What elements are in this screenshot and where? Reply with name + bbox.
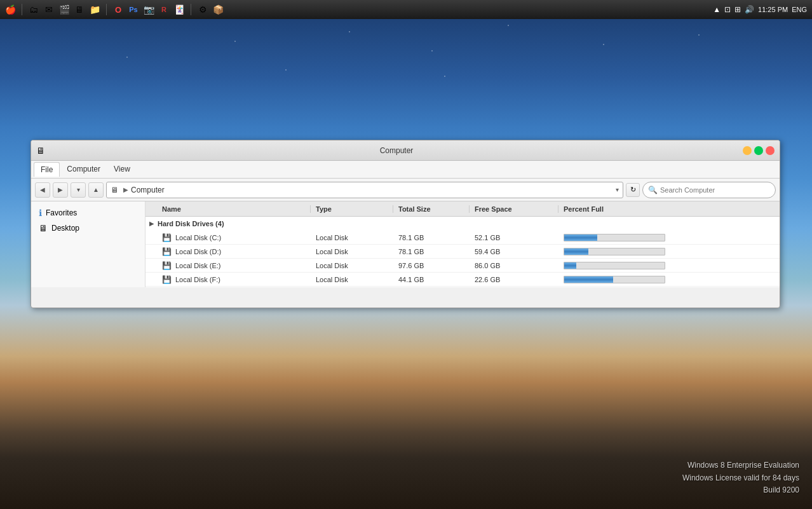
- disk-type-f: Local Disk: [311, 276, 393, 283]
- sidebar: ℹ Favorites 🖥 Desktop: [31, 201, 145, 287]
- group-label-hdd: Hard Disk Drives (4): [158, 220, 224, 227]
- address-bar[interactable]: 🖥 ▶ Computer ▾: [106, 182, 623, 198]
- progress-fill-f: [564, 276, 613, 283]
- progress-bar-c: [564, 234, 665, 241]
- disk-icon-d: 💾: [162, 247, 172, 256]
- address-chevron: ▶: [123, 186, 128, 193]
- disk-total-f: 44.1 GB: [393, 276, 470, 283]
- monitor-icon[interactable]: 🖥: [73, 3, 86, 16]
- disk-name-f: Local Disk (F:): [175, 276, 220, 283]
- folder-icon[interactable]: 📁: [88, 3, 101, 16]
- search-box[interactable]: 🔍: [642, 182, 776, 198]
- back-button[interactable]: ◀: [35, 182, 50, 198]
- taskbar-sep-2: [106, 4, 107, 15]
- taskbar-right: ▲ ⊡ ⊞ 🔊 11:25 PM ENG: [708, 5, 812, 14]
- apple-icon[interactable]: 🍎: [4, 3, 17, 16]
- sidebar-item-favorites[interactable]: ℹ Favorites: [34, 205, 142, 221]
- main-area: ℹ Favorites 🖥 Desktop Name Type Total Si…: [31, 201, 780, 287]
- video-icon[interactable]: 🎬: [58, 3, 71, 16]
- group-removable[interactable]: ▶ Devices with Removable Storage (1): [145, 287, 780, 287]
- table-row[interactable]: 💾 Local Disk (D:) Local Disk 78.1 GB 59.…: [145, 245, 780, 259]
- list-header: Name Type Total Size Free Space Percent …: [145, 201, 780, 217]
- redis-icon[interactable]: R: [158, 3, 170, 16]
- progress-bar-d: [564, 248, 665, 255]
- tab-file[interactable]: File: [34, 162, 60, 177]
- package-icon[interactable]: 📦: [212, 3, 224, 16]
- sidebar-item-desktop[interactable]: 🖥 Desktop: [34, 221, 142, 236]
- disk-percent-c: [558, 234, 780, 241]
- disk-type-d: Local Disk: [311, 248, 393, 255]
- maximize-button[interactable]: [754, 146, 763, 155]
- group-arrow-hdd: ▶: [149, 221, 154, 227]
- progress-fill-d: [564, 248, 588, 255]
- col-header-percent[interactable]: Percent Full: [558, 205, 780, 213]
- taskbar: 🍎 🗂 ✉ 🎬 🖥 📁 O Ps 📷 R 🃏 ⚙ 📦 ▲ ⊡ ⊞ 🔊 11:25…: [0, 0, 812, 19]
- table-row[interactable]: 💾 Local Disk (C:) Local Disk 78.1 GB 52.…: [145, 231, 780, 245]
- desktop-label: Desktop: [51, 224, 79, 233]
- up-button[interactable]: ▲: [88, 182, 104, 198]
- refresh-button[interactable]: ↻: [626, 183, 640, 197]
- col-header-name[interactable]: Name: [145, 205, 311, 213]
- desktop-icon: 🖥: [39, 223, 48, 233]
- forward-button[interactable]: ▶: [53, 182, 68, 198]
- col-header-type[interactable]: Type: [311, 205, 393, 213]
- title-bar: 🖥 Computer: [31, 140, 780, 161]
- file-list: Name Type Total Size Free Space Percent …: [145, 201, 780, 287]
- disk-type-e: Local Disk: [311, 262, 393, 269]
- quicklook-icon[interactable]: 🗂: [27, 3, 40, 16]
- volume-icon[interactable]: 🔊: [745, 5, 754, 14]
- mail-icon[interactable]: ✉: [43, 3, 55, 16]
- clock: 11:25 PM: [758, 6, 788, 13]
- joker-icon[interactable]: 🃏: [173, 3, 186, 16]
- disk-free-d: 59.4 GB: [470, 248, 558, 255]
- disk-percent-f: [558, 276, 780, 283]
- favorites-icon: ℹ: [39, 208, 42, 218]
- minimize-button[interactable]: [743, 146, 752, 155]
- disk-type-c: Local Disk: [311, 234, 393, 241]
- camera-icon[interactable]: 📷: [142, 3, 155, 16]
- col-header-total[interactable]: Total Size: [393, 205, 470, 213]
- progress-bar-e: [564, 262, 665, 269]
- ps-icon[interactable]: Ps: [127, 3, 140, 16]
- disk-total-e: 97.6 GB: [393, 262, 470, 269]
- progress-bar-f: [564, 276, 665, 283]
- watermark-line2: Windows License valid for 84 days: [682, 472, 799, 484]
- disk-percent-e: [558, 262, 780, 269]
- window-icon: 🖥: [36, 146, 46, 156]
- disk-name-c: Local Disk (C:): [175, 234, 221, 241]
- tray-icon-1: ⊡: [724, 5, 731, 14]
- lang-label: ENG: [792, 6, 807, 13]
- watermark-line3: Build 9200: [682, 484, 799, 496]
- opera-icon[interactable]: O: [112, 3, 125, 16]
- table-row[interactable]: 💾 Local Disk (F:) Local Disk 44.1 GB 22.…: [145, 273, 780, 287]
- address-dropdown-icon[interactable]: ▾: [616, 186, 619, 193]
- desktop: 🍎 🗂 ✉ 🎬 🖥 📁 O Ps 📷 R 🃏 ⚙ 📦 ▲ ⊡ ⊞ 🔊 11:25…: [0, 0, 812, 509]
- settings-icon[interactable]: ⚙: [196, 3, 209, 16]
- disk-icon-c: 💾: [162, 233, 172, 242]
- tab-computer[interactable]: Computer: [60, 162, 107, 177]
- tab-view[interactable]: View: [107, 162, 137, 177]
- search-input[interactable]: [660, 186, 770, 194]
- tray-icon-2: ⊞: [734, 5, 741, 14]
- group-hard-disk[interactable]: ▶ Hard Disk Drives (4): [145, 217, 780, 231]
- progress-fill-c: [564, 234, 597, 241]
- disk-percent-d: [558, 248, 780, 255]
- menu-tabs: File Computer View: [34, 162, 137, 177]
- table-row[interactable]: 💾 Local Disk (E:) Local Disk 97.6 GB 86.…: [145, 259, 780, 273]
- window-controls: [743, 146, 775, 155]
- disk-total-d: 78.1 GB: [393, 248, 470, 255]
- disk-name-e: Local Disk (E:): [175, 262, 221, 269]
- progress-fill-e: [564, 262, 576, 269]
- taskbar-sep-1: [22, 4, 22, 15]
- taskbar-left: 🍎 🗂 ✉ 🎬 🖥 📁 O Ps 📷 R 🃏 ⚙ 📦: [0, 3, 708, 16]
- nav-bar: ◀ ▶ ▾ ▲ 🖥 ▶ Computer ▾ ↻ 🔍: [31, 179, 780, 201]
- close-button[interactable]: [766, 146, 775, 155]
- menu-bar: File Computer View: [31, 161, 780, 179]
- disk-free-c: 52.1 GB: [470, 234, 558, 241]
- col-header-free[interactable]: Free Space: [470, 205, 558, 213]
- search-icon: 🔍: [648, 186, 658, 194]
- windows-watermark: Windows 8 Enterprise Evaluation Windows …: [682, 459, 799, 496]
- dropdown-button[interactable]: ▾: [71, 182, 86, 198]
- tray-expand-icon[interactable]: ▲: [713, 5, 721, 14]
- disk-total-c: 78.1 GB: [393, 234, 470, 241]
